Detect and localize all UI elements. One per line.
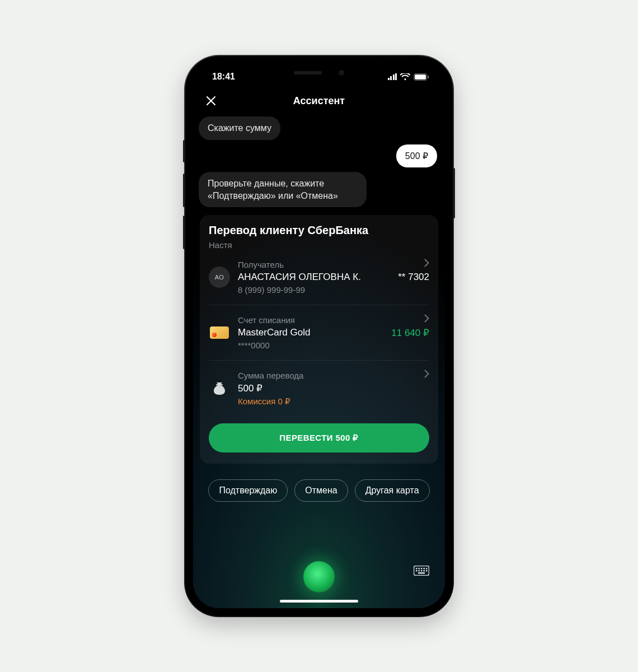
svg-rect-10	[416, 570, 417, 572]
amount-label: Сумма перевода	[238, 371, 429, 380]
source-label: Счет списания	[238, 315, 383, 325]
assistant-bubble-confirm: Проверьте данные, скажите «Подтверждаю» …	[199, 172, 367, 207]
volume-down[interactable]	[183, 216, 185, 249]
recipient-name: АНАСТАСИЯ ОЛЕГОВНА К.	[238, 272, 390, 283]
chevron-right-icon	[424, 259, 429, 267]
bank-card-icon	[210, 326, 229, 339]
svg-rect-6	[419, 568, 420, 570]
chevron-right-icon	[424, 370, 429, 378]
chip-other-card[interactable]: Другая карта	[355, 479, 430, 502]
svg-rect-3	[216, 384, 223, 385]
avatar: АО	[209, 267, 230, 288]
svg-rect-1	[415, 74, 426, 80]
nav-bar: Ассистент	[193, 90, 445, 114]
volume-up[interactable]	[183, 174, 185, 207]
keyboard-icon[interactable]	[414, 566, 429, 576]
recipient-phone: 8 (999) 999-99-99	[238, 285, 390, 295]
notch	[260, 64, 378, 82]
screen: 18:41 Ассистент Скажите сумму 5	[193, 64, 445, 608]
voice-orb-button[interactable]	[303, 561, 335, 592]
source-balance: 11 640 ₽	[391, 327, 429, 339]
transfer-card: Перевод клиенту СберБанка Настя АО Получ…	[200, 215, 438, 464]
phone-frame: 18:41 Ассистент Скажите сумму 5	[185, 56, 453, 616]
chip-cancel[interactable]: Отмена	[294, 479, 348, 502]
user-bubble-amount: 500 ₽	[396, 144, 437, 168]
svg-rect-9	[426, 568, 428, 570]
page-title: Ассистент	[193, 95, 445, 107]
svg-rect-8	[424, 568, 425, 570]
power-button[interactable]	[453, 168, 455, 218]
mute-switch[interactable]	[183, 140, 185, 162]
chat-area: Скажите сумму 500 ₽ Проверьте данные, ск…	[193, 114, 445, 552]
svg-rect-13	[424, 570, 425, 572]
source-masked: ****0000	[238, 340, 383, 350]
amount-value: 500 ₽	[238, 382, 429, 394]
recipient-label: Получатель	[238, 260, 390, 269]
source-account-row[interactable]: Счет списания MasterCard Gold ****0000 1…	[209, 305, 429, 361]
home-indicator[interactable]	[280, 600, 358, 603]
battery-icon	[414, 73, 429, 81]
svg-rect-2	[428, 76, 429, 78]
transfer-button[interactable]: ПЕРЕВЕСТИ 500 ₽	[209, 423, 429, 452]
amount-row[interactable]: Сумма перевода 500 ₽ Комиссия 0 ₽	[209, 361, 429, 412]
svg-rect-15	[418, 572, 425, 574]
wifi-icon	[400, 73, 410, 81]
chip-confirm[interactable]: Подтверждаю	[208, 479, 288, 502]
status-time: 18:41	[212, 72, 235, 82]
close-icon[interactable]	[203, 93, 219, 109]
amount-fee: Комиссия 0 ₽	[238, 396, 429, 407]
svg-rect-11	[419, 570, 420, 572]
chevron-right-icon	[424, 314, 429, 323]
recipient-masked: ** 7302	[398, 272, 429, 283]
bottom-bar	[193, 552, 445, 608]
svg-rect-5	[416, 568, 417, 570]
transfer-title: Перевод клиенту СберБанка	[209, 224, 429, 237]
svg-rect-7	[421, 568, 423, 570]
cellular-icon	[388, 73, 397, 80]
source-name: MasterCard Gold	[238, 327, 383, 338]
svg-rect-12	[421, 570, 423, 572]
assistant-bubble-prompt: Скажите сумму	[199, 116, 280, 140]
transfer-subtitle: Настя	[209, 240, 429, 250]
money-bag-icon	[209, 378, 230, 399]
recipient-row[interactable]: АО Получатель АНАСТАСИЯ ОЛЕГОВНА К. 8 (9…	[209, 250, 429, 305]
svg-rect-14	[426, 570, 428, 572]
voice-suggestions: Подтверждаю Отмена Другая карта	[199, 479, 439, 502]
